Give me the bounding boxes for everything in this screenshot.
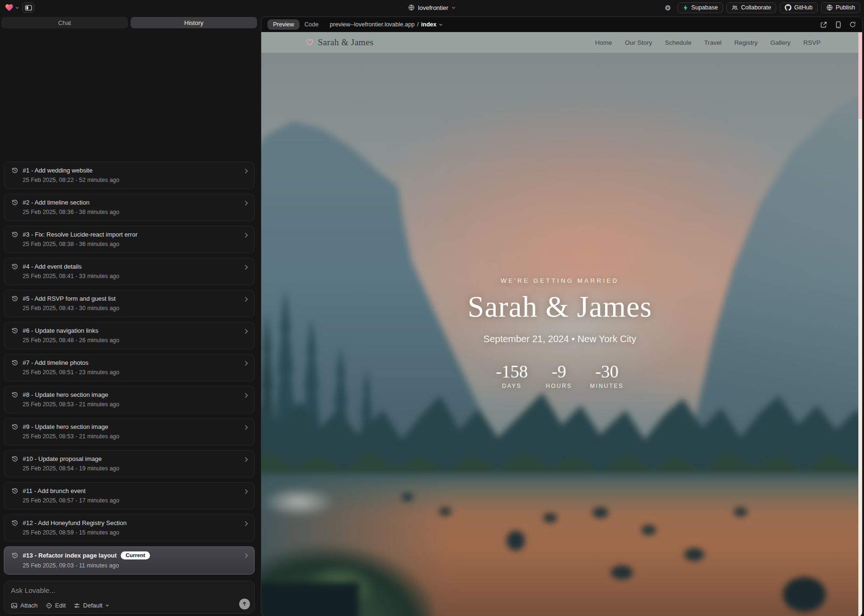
site-scrollbar[interactable] [858,33,862,616]
preview-toolbar: Preview Code preview--lovefrontier.lovab… [261,17,862,32]
panel-left-icon [25,5,32,11]
gear-icon: ⚙ [665,4,671,11]
top-bar: lovefrontier ⚙ Supabase Collaborate GitH… [0,0,864,15]
site-scrollbar-thumb[interactable] [858,33,862,119]
chevron-right-icon [244,521,249,526]
chevron-right-icon [244,264,249,270]
chevron-right-icon [244,553,249,559]
history-item[interactable]: #9 - Update hero section image 25 Feb 20… [4,418,255,445]
publish-globe-icon [826,4,833,11]
select-target-icon [46,602,52,609]
history-item[interactable]: #7 - Add timeline photos 25 Feb 2025, 08… [4,354,255,381]
history-icon [11,487,18,494]
attach-button[interactable]: Attach [11,602,38,609]
history-icon [11,423,18,430]
history-icon [11,519,18,526]
chevron-down-icon [105,603,109,608]
history-icon [11,263,18,270]
project-name: lovefrontier [418,4,448,11]
collaborate-icon [731,5,738,11]
project-switcher[interactable]: lovefrontier [408,0,456,15]
hero-subtitle: September 21, 2024 • New York City [483,334,636,345]
chevron-right-icon [244,232,249,238]
nav-schedule[interactable]: Schedule [665,39,691,46]
history-item[interactable]: #1 - Add wedding website 25 Feb 2025, 08… [4,162,255,189]
lovable-logo-menu[interactable] [5,3,19,12]
attach-image-icon [11,602,17,609]
tab-code[interactable]: Code [299,19,323,30]
countdown-hours: -9 HOURS [546,361,572,389]
nav-registry[interactable]: Registry [734,39,758,46]
history-item[interactable]: #12 - Add Honeyfund Registry Section 25 … [4,514,255,542]
history-item[interactable]: #4 - Add event details 25 Feb 2025, 08:4… [4,258,255,285]
history-icon [11,552,18,559]
github-button[interactable]: GitHub [780,2,818,13]
sidebar-toggle-button[interactable] [22,2,34,13]
nav-travel[interactable]: Travel [704,39,722,46]
countdown-days: -158 DAYS [496,361,528,389]
site-header: Sarah & James Home Our Story Schedule Tr… [261,32,862,53]
chevron-right-icon [244,489,249,494]
globe-icon [408,4,415,11]
settings-button[interactable]: ⚙ [662,3,673,12]
site-viewport: Sarah & James Home Our Story Schedule Tr… [261,32,862,616]
tab-history[interactable]: History [131,17,257,28]
history-item[interactable]: #10 - Update proposal image 25 Feb 2025,… [4,450,255,477]
hero-title: Sarah & James [468,290,652,324]
history-icon [11,327,18,334]
refresh-icon[interactable] [849,21,856,28]
publish-button[interactable]: Publish [821,2,860,13]
tab-chat[interactable]: Chat [1,17,128,28]
history-list: #1 - Add wedding website 25 Feb 2025, 08… [4,45,255,575]
mobile-view-icon[interactable] [835,21,841,28]
countdown: -158 DAYS -9 HOURS -30 MINUTES [496,361,623,389]
github-icon [785,4,791,11]
nav-rsvp[interactable]: RSVP [803,39,821,46]
site-logo[interactable]: Sarah & James [306,37,374,48]
chevron-right-icon [244,296,249,302]
chevron-down-icon [452,6,456,10]
preview-pane: Preview Code preview--lovefrontier.lovab… [261,16,863,616]
tab-preview[interactable]: Preview [267,19,299,30]
history-item[interactable]: #6 - Update navigation links 25 Feb 2025… [4,322,255,349]
chat-history-panel: Chat History #1 - Add wedding website 25… [0,15,258,616]
history-icon [11,199,18,206]
chevron-right-icon [244,393,249,398]
preview-url[interactable]: preview--lovefrontier.lovable.app / inde… [330,21,443,28]
collaborate-button[interactable]: Collaborate [726,2,776,13]
panel-tabs: Chat History [1,17,257,28]
mode-select[interactable]: Default [74,602,109,609]
supabase-icon [682,5,689,11]
chevron-right-icon [244,361,249,366]
nav-gallery[interactable]: Gallery [770,39,790,46]
heart-outline-icon [306,39,314,46]
history-icon [11,295,18,302]
nav-home[interactable]: Home [595,39,612,46]
history-item[interactable]: #8 - Update hero section image 25 Feb 20… [4,386,255,413]
edit-button[interactable]: Edit [46,602,66,609]
history-item[interactable]: #5 - Add RSVP form and guest list 25 Feb… [4,290,255,317]
sliders-icon [74,602,80,609]
chevron-right-icon [244,168,249,174]
nav-our-story[interactable]: Our Story [625,39,652,46]
arrow-up-icon [242,601,247,607]
send-button[interactable] [239,599,250,609]
history-item-current[interactable]: #13 - Refactor index page layout Current… [4,546,255,575]
site-nav: Home Our Story Schedule Travel Registry … [595,39,821,46]
history-item[interactable]: #3 - Fix: Resolve Lucide-react import er… [4,226,255,253]
chevron-right-icon [244,200,249,206]
history-icon [11,167,18,174]
current-badge: Current [121,551,150,560]
hero-eyebrow: WE'RE GETTING MARRIED [501,277,619,284]
history-icon [11,455,18,462]
composer: Attach Edit Default [4,581,255,614]
countdown-minutes: -30 MINUTES [590,361,624,389]
history-icon [11,231,18,238]
history-icon [11,359,18,366]
composer-input[interactable] [11,586,224,596]
history-item[interactable]: #2 - Add timeline section 25 Feb 2025, 0… [4,194,255,221]
history-item[interactable]: #11 - Add brunch event 25 Feb 2025, 08:5… [4,482,255,509]
supabase-button[interactable]: Supabase [677,2,723,13]
open-external-icon[interactable] [820,21,827,28]
chevron-right-icon [244,329,249,334]
